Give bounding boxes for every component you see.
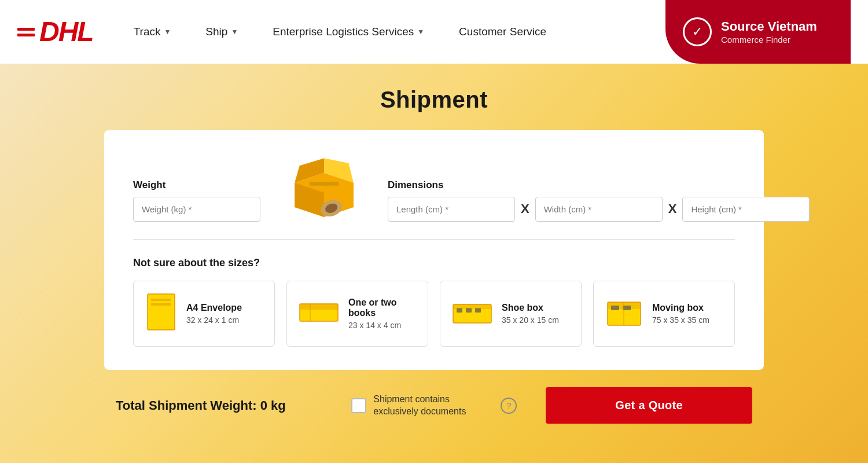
svg-rect-12 [151,303,171,306]
weight-label: Weight [133,179,260,191]
svg-rect-8 [310,182,339,186]
size-option-name: One or two books [348,297,416,318]
size-option-name: A4 Envelope [186,303,242,313]
size-option-dims: 32 x 24 x 1 cm [186,315,242,325]
source-vietnam-text: Source Vietnam Commerce Finder [721,19,817,44]
shoebox-icon [452,297,492,330]
get-quote-button[interactable]: Get a Quote [546,387,752,424]
box-image-area [284,153,365,217]
chevron-down-icon: ▼ [164,28,171,36]
size-option-envelope[interactable]: A4 Envelope 32 x 24 x 1 cm [133,281,275,347]
nav-ship[interactable]: Ship ▼ [188,0,255,64]
page-title: Shipment [380,87,488,113]
size-options: A4 Envelope 32 x 24 x 1 cm [133,281,735,347]
not-sure-label: Not sure about the sizes? [133,257,735,269]
dimensions-group: Dimensions X X [388,179,810,222]
nav-enterprise[interactable]: Enterprise Logistics Services ▼ [255,0,442,64]
documents-label: Shipment contains exclusively documents [373,394,489,418]
dhl-logo: DHL [39,18,93,46]
size-option-movingbox[interactable]: Moving box 75 x 35 x 35 cm [593,281,735,347]
package-icon [284,153,365,217]
weight-input[interactable] [133,197,260,222]
size-option-books[interactable]: One or two books 23 x 14 x 4 cm [286,281,428,347]
documents-checkbox-area: Shipment contains exclusively documents [351,394,489,418]
envelope-icon [145,292,177,336]
size-option-shoebox[interactable]: Shoe box 35 x 20 x 15 cm [440,281,582,347]
header: DHL Track ▼ Ship ▼ Enterprise Logistics … [0,0,868,64]
logo-area[interactable]: DHL [17,18,93,46]
footer-right: Shipment contains exclusively documents … [351,387,752,424]
main-nav: Track ▼ Ship ▼ Enterprise Logistics Serv… [116,0,665,64]
length-input[interactable] [388,197,515,222]
fields-row: Weight [133,153,735,222]
size-option-dims: 23 x 14 x 4 cm [348,321,416,330]
svg-rect-15 [300,304,338,310]
nav-customer-service[interactable]: Customer Service [442,0,564,64]
size-option-name: Moving box [652,303,709,313]
width-input[interactable] [535,197,663,222]
books-icon [299,299,339,329]
chevron-down-icon: ▼ [231,28,238,36]
height-input[interactable] [682,197,810,222]
shipment-card: Weight [104,130,764,370]
footer-row: Total Shipment Weight: 0 kg Shipment con… [104,387,764,424]
size-option-dims: 75 x 35 x 35 cm [652,315,709,325]
svg-rect-26 [611,306,619,310]
size-option-dims: 35 x 20 x 15 cm [502,315,559,325]
chevron-down-icon: ▼ [417,28,424,36]
divider [133,239,735,240]
separator-x1: X [521,201,529,216]
weight-group: Weight [133,179,260,222]
help-icon[interactable]: ? [501,398,517,414]
movingbox-icon [605,296,643,332]
svg-rect-22 [453,304,491,309]
total-weight-label: Total Shipment Weight: 0 kg [116,398,286,413]
source-vietnam-banner[interactable]: ✓ Source Vietnam Commerce Finder [665,0,851,64]
separator-x2: X [668,201,677,216]
documents-checkbox[interactable] [351,398,366,413]
main-content: Shipment Weight [0,64,868,441]
size-option-name: Shoe box [502,303,559,313]
nav-track[interactable]: Track ▼ [116,0,189,64]
dimensions-label: Dimensions [388,179,810,191]
dimensions-inputs: X X [388,197,810,222]
checkmark-icon: ✓ [683,17,712,46]
svg-rect-11 [151,299,171,301]
not-sure-section: Not sure about the sizes? A4 Envelope [133,257,735,347]
